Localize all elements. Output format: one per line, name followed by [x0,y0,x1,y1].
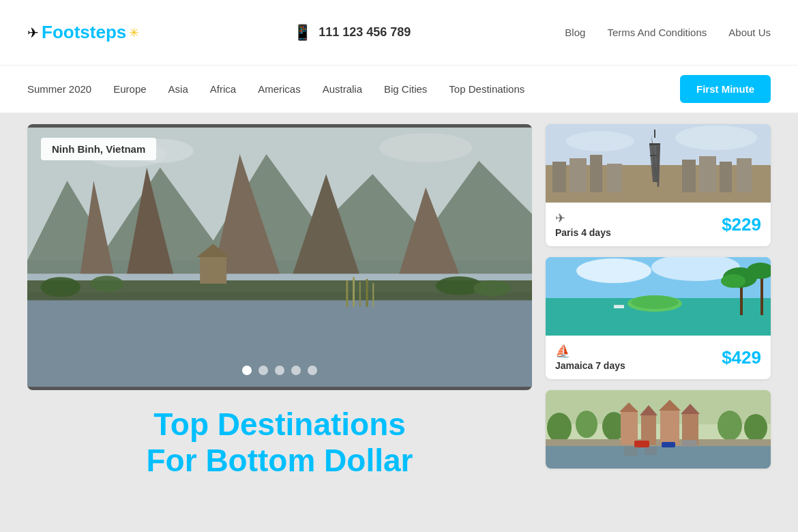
svg-rect-68 [641,414,656,445]
right-column: ✈ Paris 4 days $229 [546,124,771,479]
subnav-asia[interactable]: Asia [168,83,188,95]
svg-rect-17 [346,280,348,307]
tagline-line2: For Bottom Dollar [27,443,532,479]
nav-about[interactable]: About Us [728,27,771,38]
svg-rect-19 [359,282,361,307]
svg-rect-72 [682,413,698,445]
subnav-links: Summer 2020 Europe Asia Africa Americas … [27,83,524,95]
hero-slider: Ninh Binh, Vietnam [27,124,532,390]
svg-point-49 [631,295,679,309]
logo-text: Footsteps [42,22,126,43]
hero-tagline: Top Destinations For Bottom Dollar [27,390,532,479]
dot-5[interactable] [308,366,317,375]
jamaica-name: Jamaica 7 days [555,360,625,371]
svg-point-63 [744,414,767,441]
svg-rect-35 [699,156,716,192]
svg-point-62 [718,411,742,441]
svg-rect-66 [621,411,638,445]
plane-icon-paris: ✈ [555,211,611,226]
svg-point-24 [379,133,472,162]
svg-point-59 [547,413,572,443]
nav-blog[interactable]: Blog [565,27,585,38]
subnav-bigcities[interactable]: Big Cities [384,83,427,95]
svg-rect-32 [590,155,602,192]
svg-rect-65 [546,439,771,446]
subnav: Summer 2020 Europe Asia Africa Americas … [0,65,798,113]
paris-info: ✈ Paris 4 days $229 [546,203,771,246]
svg-rect-20 [366,279,368,307]
header: ✈ Footsteps ✳ 📱 111 123 456 789 Blog Ter… [0,0,798,65]
jamaica-price: $429 [722,347,761,368]
subnav-americas[interactable]: Americas [258,83,301,95]
svg-rect-34 [682,160,696,192]
dot-3[interactable] [275,366,284,375]
svg-point-14 [91,276,124,291]
first-minute-button[interactable]: First Minute [680,75,771,103]
plane-icon: ✈ [27,25,39,41]
svg-point-13 [40,277,80,297]
phone-section: 📱 111 123 456 789 [293,24,411,42]
subnav-africa[interactable]: Africa [210,83,236,95]
svg-rect-78 [645,447,657,455]
svg-point-28 [675,125,757,150]
jamaica-image [546,257,771,336]
svg-rect-31 [570,158,587,192]
svg-point-52 [721,274,745,288]
svg-rect-77 [624,446,638,456]
svg-rect-76 [682,440,697,447]
svg-rect-37 [737,158,752,192]
paris-price: $229 [722,214,761,235]
svg-rect-64 [546,445,771,469]
jamaica-left: ⛵ Jamaica 7 days [555,344,625,371]
svg-rect-33 [607,164,622,192]
svg-rect-11 [200,257,226,284]
subnav-australia[interactable]: Australia [323,83,362,95]
main-content: Ninh Binh, Vietnam Top Destinations For … [0,113,798,490]
svg-rect-36 [720,162,732,192]
boat-icon-jamaica: ⛵ [555,344,625,359]
svg-marker-56 [614,305,624,306]
slider-dots [242,366,317,375]
svg-rect-30 [552,162,566,192]
subnav-summer2020[interactable]: Summer 2020 [27,83,91,95]
dot-1[interactable] [242,366,252,375]
svg-point-60 [576,411,597,438]
destination-card-amsterdam[interactable] [546,390,771,469]
sun-icon: ✳ [129,25,139,40]
svg-rect-41 [650,155,660,156]
paris-left: ✈ Paris 4 days [555,211,611,238]
destination-card-paris[interactable]: ✈ Paris 4 days $229 [546,124,771,246]
jamaica-info: ⛵ Jamaica 7 days $429 [546,336,771,379]
dot-4[interactable] [291,366,301,375]
location-badge: Ninh Binh, Vietnam [41,138,156,160]
subnav-europe[interactable]: Europe [113,83,146,95]
phone-number: 111 123 456 789 [319,25,411,40]
dot-2[interactable] [258,366,268,375]
nav-terms[interactable]: Terms And Conditions [607,27,707,38]
paris-name: Paris 4 days [555,227,611,238]
svg-rect-40 [649,143,660,145]
tagline-line1: Top Destinations [27,407,532,443]
left-column: Ninh Binh, Vietnam Top Destinations For … [27,124,532,479]
svg-point-45 [576,258,651,283]
header-nav: Blog Terms And Conditions About Us [565,27,771,38]
paris-image [546,124,771,203]
svg-rect-75 [662,442,675,447]
svg-point-16 [473,280,511,296]
destination-card-jamaica[interactable]: ⛵ Jamaica 7 days $429 [546,257,771,379]
svg-rect-18 [353,277,355,307]
phone-icon: 📱 [293,24,312,42]
svg-rect-42 [654,130,655,138]
svg-rect-21 [372,283,374,307]
svg-rect-70 [660,409,679,445]
amsterdam-image [546,390,771,469]
logo[interactable]: ✈ Footsteps ✳ [27,22,139,43]
svg-point-27 [566,131,634,151]
subnav-topdestinations[interactable]: Top Destinations [449,83,524,95]
